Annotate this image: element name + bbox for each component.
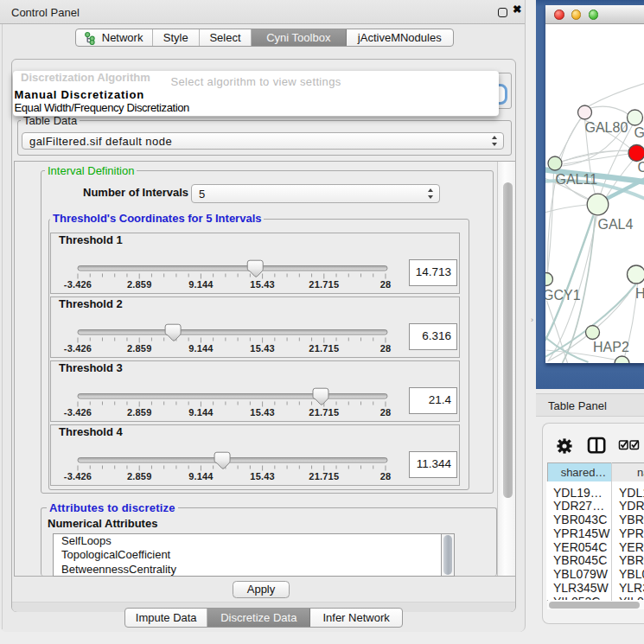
svg-text:21.715: 21.715 xyxy=(309,279,339,290)
svg-text:HK: HK xyxy=(635,286,644,301)
svg-text:28: 28 xyxy=(380,343,392,354)
svg-text:2.859: 2.859 xyxy=(127,471,152,481)
svg-text:21.715: 21.715 xyxy=(309,407,339,418)
svg-text:15.43: 15.43 xyxy=(250,407,275,418)
svg-text:15.43: 15.43 xyxy=(250,471,275,481)
svg-text:GAL: GAL xyxy=(634,125,644,140)
svg-text:-3.426: -3.426 xyxy=(64,343,92,354)
svg-text:9.144: 9.144 xyxy=(188,471,214,481)
svg-text:-3.426: -3.426 xyxy=(64,279,92,290)
svg-text:2.859: 2.859 xyxy=(127,407,152,418)
svg-text:2.859: 2.859 xyxy=(127,343,152,354)
svg-text:21.715: 21.715 xyxy=(309,343,339,354)
svg-text:28: 28 xyxy=(380,279,392,290)
svg-text:15.43: 15.43 xyxy=(250,343,275,354)
svg-text:9.144: 9.144 xyxy=(188,279,214,290)
svg-text:-3.426: -3.426 xyxy=(64,407,92,418)
svg-text:CD: CD xyxy=(637,160,644,175)
svg-text:21.715: 21.715 xyxy=(309,471,339,481)
svg-text:28: 28 xyxy=(380,471,392,481)
svg-text:HAP2: HAP2 xyxy=(593,340,629,354)
svg-text:GAL80: GAL80 xyxy=(584,120,628,135)
svg-text:2.859: 2.859 xyxy=(127,279,152,290)
svg-text:28: 28 xyxy=(380,407,392,418)
svg-text:GAL4: GAL4 xyxy=(597,217,633,232)
svg-text:GCY1: GCY1 xyxy=(545,288,581,303)
svg-text:9.144: 9.144 xyxy=(188,343,214,354)
svg-text:GAL11: GAL11 xyxy=(555,172,597,187)
svg-text:15.43: 15.43 xyxy=(250,279,275,290)
svg-text:-3.426: -3.426 xyxy=(64,471,92,481)
svg-text:9.144: 9.144 xyxy=(188,407,214,418)
